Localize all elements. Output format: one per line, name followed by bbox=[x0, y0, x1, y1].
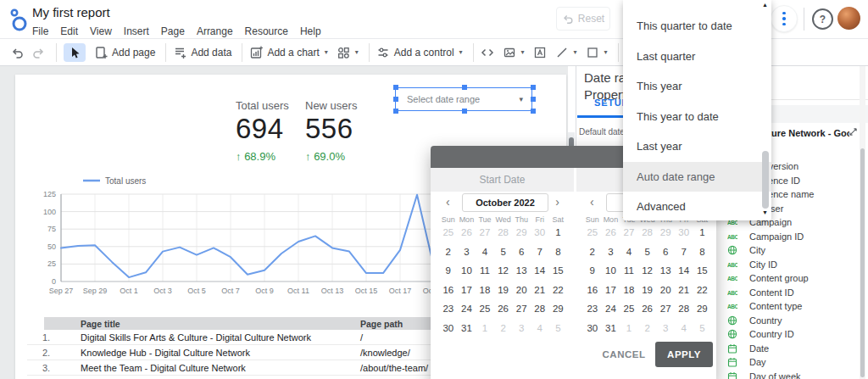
dropdown-item-last-year[interactable]: Last year bbox=[623, 131, 771, 162]
calendar-day[interactable]: 7 bbox=[531, 242, 549, 262]
menu-edit[interactable]: Edit bbox=[60, 25, 78, 37]
next-month-icon[interactable]: › bbox=[555, 195, 559, 209]
calendar-day[interactable]: 28 bbox=[638, 223, 657, 242]
calendar-day[interactable]: 6 bbox=[512, 242, 531, 262]
calendar-day[interactable]: 12 bbox=[494, 261, 513, 281]
calendar-day[interactable]: 17 bbox=[458, 281, 476, 300]
calendar-day[interactable]: 26 bbox=[458, 223, 476, 242]
text-box-button[interactable] bbox=[533, 46, 547, 59]
menu-view[interactable]: View bbox=[90, 25, 112, 37]
selection-handle[interactable] bbox=[462, 85, 467, 90]
calendar-day[interactable]: 14 bbox=[675, 261, 693, 281]
calendar-day[interactable]: 22 bbox=[693, 281, 712, 300]
field-item[interactable]: ABCCampaign ID bbox=[716, 231, 860, 243]
community-viz-button[interactable]: ▾ bbox=[337, 46, 359, 59]
image-button[interactable]: ▾ bbox=[503, 46, 525, 59]
menu-help[interactable]: Help bbox=[300, 25, 321, 37]
calendar-day[interactable]: 10 bbox=[602, 261, 620, 281]
more-options-button[interactable] bbox=[771, 5, 798, 32]
calendar-day[interactable]: 4 bbox=[476, 242, 494, 262]
calendar-day[interactable]: 25 bbox=[476, 299, 494, 319]
data-panel-scrollbar-thumb[interactable] bbox=[860, 148, 865, 377]
calendar-day[interactable]: 2 bbox=[439, 242, 458, 262]
calendar-day[interactable]: 7 bbox=[675, 242, 693, 262]
calendar-day[interactable]: 13 bbox=[656, 261, 675, 281]
calendar-day[interactable]: 21 bbox=[531, 281, 549, 300]
calendar-day[interactable]: 17 bbox=[602, 281, 620, 300]
scroll-down-arrow-icon[interactable]: ▼ bbox=[762, 209, 768, 215]
calendar-day[interactable]: 13 bbox=[512, 261, 531, 281]
report-title[interactable]: My first report bbox=[32, 5, 110, 20]
selection-handle[interactable] bbox=[462, 109, 467, 114]
calendar-day[interactable]: 3 bbox=[458, 242, 476, 262]
calendar-day[interactable]: 3 bbox=[512, 319, 531, 338]
calendar-day[interactable]: 15 bbox=[549, 261, 568, 281]
calendar-day[interactable]: 26 bbox=[494, 299, 513, 319]
calendar-day[interactable]: 23 bbox=[583, 299, 602, 319]
menu-file[interactable]: File bbox=[32, 25, 48, 37]
calendar-day[interactable]: 31 bbox=[458, 319, 476, 338]
redo-button[interactable] bbox=[32, 46, 46, 59]
calendar-day[interactable]: 29 bbox=[693, 299, 712, 319]
calendar-day[interactable]: 6 bbox=[656, 242, 675, 262]
tab-start-date[interactable]: Start Date bbox=[431, 168, 574, 192]
field-item[interactable]: Date bbox=[716, 343, 860, 355]
calendar-day[interactable]: 30 bbox=[583, 319, 602, 338]
calendar-day[interactable]: 25 bbox=[439, 223, 458, 242]
calendar-day[interactable]: 23 bbox=[439, 299, 458, 319]
menu-page[interactable]: Page bbox=[161, 25, 185, 37]
reset-button[interactable]: Reset bbox=[556, 7, 610, 31]
calendar-day[interactable]: 1 bbox=[693, 223, 712, 242]
dropdown-item-last-quarter[interactable]: Last quarter bbox=[623, 42, 771, 72]
calendar-day[interactable]: 20 bbox=[512, 281, 531, 300]
cancel-button[interactable]: CANCEL bbox=[600, 342, 648, 367]
calendar-day[interactable]: 1 bbox=[620, 319, 638, 338]
add-control-button[interactable]: Add a control▾ bbox=[376, 46, 463, 59]
undo-button[interactable] bbox=[10, 46, 24, 59]
field-item[interactable]: City bbox=[716, 244, 860, 257]
scroll-up-arrow-icon[interactable]: ▲ bbox=[762, 2, 768, 8]
calendar-day[interactable]: 9 bbox=[583, 261, 602, 281]
calendar-day[interactable]: 29 bbox=[656, 223, 675, 242]
selection-handle[interactable] bbox=[393, 109, 398, 114]
dropdown-item-this-quarter-to-date[interactable]: This quarter to date bbox=[623, 11, 771, 42]
shape-button[interactable]: ▾ bbox=[586, 46, 608, 59]
calendar-day[interactable]: 5 bbox=[693, 319, 712, 338]
calendar-day[interactable]: 3 bbox=[602, 242, 620, 262]
menu-resource[interactable]: Resource bbox=[245, 25, 288, 37]
dropdown-item-this-year-to-date[interactable]: This year to date bbox=[623, 102, 771, 132]
calendar-day[interactable]: 5 bbox=[549, 319, 568, 338]
calendar-day[interactable]: 19 bbox=[638, 281, 657, 300]
user-avatar[interactable] bbox=[837, 7, 860, 30]
calendar-day[interactable]: 27 bbox=[656, 299, 675, 319]
dropdown-item-auto-date-range[interactable]: Auto date range bbox=[623, 162, 771, 192]
collapse-panel-icon[interactable] bbox=[849, 127, 858, 137]
calendar-day[interactable]: 1 bbox=[549, 223, 568, 242]
add-data-button[interactable]: Add data bbox=[173, 46, 231, 59]
calendar-day[interactable]: 2 bbox=[494, 319, 513, 338]
calendar-day[interactable]: 27 bbox=[620, 223, 638, 242]
date-range-control[interactable]: Select date range ▾ bbox=[395, 87, 532, 111]
data-panel-scrollbar[interactable] bbox=[860, 66, 865, 379]
calendar-day[interactable]: 5 bbox=[638, 242, 657, 262]
calendar-day[interactable]: 29 bbox=[549, 299, 568, 319]
selection-handle[interactable] bbox=[393, 97, 398, 102]
dropdown-item-advanced[interactable]: Advanced bbox=[623, 192, 771, 220]
apply-button[interactable]: APPLY bbox=[655, 342, 713, 367]
field-item[interactable]: ABCCity ID bbox=[716, 259, 860, 271]
scorecard-new-users[interactable]: New users556↑ 69.0% bbox=[305, 99, 373, 163]
calendar-day[interactable]: 28 bbox=[675, 299, 693, 319]
calendar-day[interactable]: 3 bbox=[656, 319, 675, 338]
calendar-day[interactable]: 28 bbox=[531, 299, 549, 319]
calendar-day[interactable]: 18 bbox=[476, 281, 494, 300]
calendar-day[interactable]: 16 bbox=[583, 281, 602, 300]
calendar-day[interactable]: 10 bbox=[458, 261, 476, 281]
dropdown-scrollbar-thumb[interactable] bbox=[762, 151, 769, 209]
calendar-day[interactable]: 30 bbox=[531, 223, 549, 242]
calendar-day[interactable]: 19 bbox=[494, 281, 513, 300]
col-header-page-title[interactable]: Page title bbox=[81, 319, 120, 329]
prev-month-icon[interactable]: ‹ bbox=[446, 195, 450, 209]
calendar-day[interactable]: 8 bbox=[693, 242, 712, 262]
field-item[interactable]: ABCContent type bbox=[716, 300, 860, 313]
dropdown-item-this-year[interactable]: This year bbox=[623, 71, 771, 102]
